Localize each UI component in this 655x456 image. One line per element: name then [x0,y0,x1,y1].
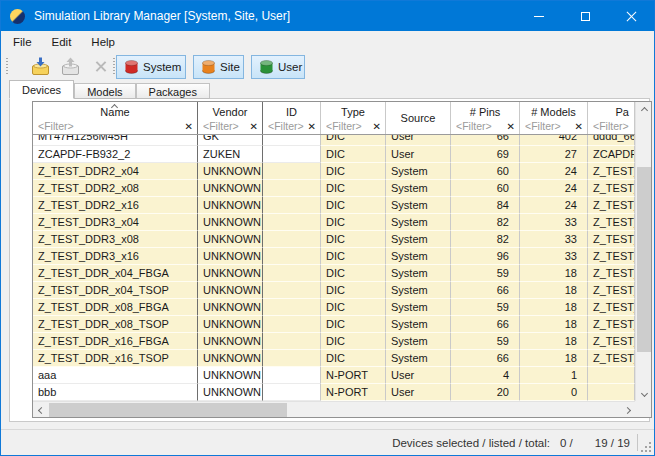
filter-input[interactable]: <Filter> [203,120,248,132]
cell-pins[interactable]: 96 [451,248,520,265]
column-header-models[interactable]: # Models<Filter>✕ [520,102,588,134]
menu-file[interactable]: File [3,31,42,53]
cell-pins[interactable]: 66 [451,350,520,367]
cell-models[interactable]: 1 [520,367,588,384]
system-library-toggle[interactable]: System [116,55,186,79]
filter-input[interactable]: <Filter> [525,120,573,132]
cell-pins[interactable]: 82 [451,231,520,248]
cell-vendor[interactable]: UNKNOWN [198,180,263,197]
cell-pkg[interactable]: dddd_66 [588,135,635,146]
cell-pins[interactable]: 66 [451,135,520,146]
cell-source[interactable]: System [386,282,451,299]
scroll-down-button[interactable] [636,385,652,401]
column-title[interactable]: Pa [588,102,634,119]
cell-pkg[interactable]: Z_TEST_DDR2_x04 [588,163,635,180]
cell-models[interactable]: 0 [520,384,588,401]
table-row[interactable]: Z_TEST_DDR3_x04UNKNOWNDICSystem8233Z_TES… [33,214,635,231]
cell-models[interactable]: 18 [520,333,588,350]
cell-models[interactable]: 27 [520,146,588,163]
cell-vendor[interactable]: UNKNOWN [198,265,263,282]
import-library-button[interactable] [27,55,53,78]
cell-pins[interactable]: 84 [451,197,520,214]
cell-name[interactable]: Z_TEST_DDR3_x16 [33,248,198,265]
cell-id[interactable] [263,299,321,316]
clear-filter-icon[interactable]: ✕ [250,121,258,132]
cell-id[interactable] [263,180,321,197]
scroll-left-button[interactable] [33,402,49,418]
cell-pins[interactable]: 82 [451,214,520,231]
cell-pins[interactable]: 4 [451,367,520,384]
cell-id[interactable] [263,265,321,282]
cell-name[interactable]: Z_TEST_DDR3_x04 [33,214,198,231]
table-row[interactable]: Z_TEST_DDR_x08_FBGAUNKNOWNDICSystem5918Z… [33,299,635,316]
cell-type[interactable]: DIC [321,265,386,282]
cell-vendor[interactable]: UNKNOWN [198,384,263,401]
cell-type[interactable]: DIC [321,333,386,350]
cell-name[interactable]: Z_TEST_DDR2_x08 [33,180,198,197]
column-title[interactable]: Source [386,102,450,134]
cell-name[interactable]: Z_TEST_DDR_x04_TSOP [33,282,198,299]
cell-id[interactable] [263,135,321,146]
scroll-up-button[interactable] [636,102,652,118]
cell-vendor[interactable]: UNKNOWN [198,248,263,265]
cell-vendor[interactable]: UNKNOWN [198,333,263,350]
column-header-pkg[interactable]: Pa<Filter> [588,102,635,134]
cell-models[interactable]: 24 [520,180,588,197]
cell-pkg[interactable]: Z_TEST_DDR_x16_FBGA [588,333,635,350]
table-row[interactable]: Z_TEST_DDR3_x08UNKNOWNDICSystem8233Z_TES… [33,231,635,248]
cell-pkg[interactable]: Z_TEST_DDR3_x04 [588,214,635,231]
cell-pkg[interactable]: ZCAPDF-FB932_2 [588,146,635,163]
toolbar-grip[interactable] [6,58,8,76]
clear-filter-icon[interactable]: ✕ [575,121,583,132]
table-row[interactable]: Z_TEST_DDR_x16_FBGAUNKNOWNDICSystem5918Z… [33,333,635,350]
cell-name[interactable]: Z_TEST_DDR_x08_TSOP [33,316,198,333]
vertical-scrollbar[interactable] [635,102,651,401]
cell-source[interactable]: User [386,146,451,163]
cell-vendor[interactable]: UNKNOWN [198,350,263,367]
cell-id[interactable] [263,248,321,265]
table-row[interactable]: Z_TEST_DDR_x08_TSOPUNKNOWNDICSystem6618Z… [33,316,635,333]
table-row[interactable]: Z_TEST_DDR2_x04UNKNOWNDICSystem6024Z_TES… [33,163,635,180]
cell-source[interactable]: System [386,299,451,316]
horizontal-scrollbar-thumb[interactable] [49,403,287,417]
filter-input[interactable]: <Filter> [38,120,183,132]
cell-id[interactable] [263,350,321,367]
cell-pins[interactable]: 20 [451,384,520,401]
cell-pkg[interactable]: Z_TEST_DDR_x08_TSOP [588,316,635,333]
close-button[interactable] [608,1,654,31]
clear-filter-icon[interactable]: ✕ [507,121,515,132]
cell-pkg[interactable]: Z_TEST_DDR3_x08 [588,231,635,248]
column-title[interactable]: Type [321,102,385,119]
cell-id[interactable] [263,163,321,180]
cell-source[interactable]: System [386,265,451,282]
minimize-button[interactable] [516,1,562,31]
cell-source[interactable]: System [386,350,451,367]
cell-vendor[interactable]: UNKNOWN [198,163,263,180]
table-row[interactable]: Z_TEST_DDR_x04_FBGAUNKNOWNDICSystem5918Z… [33,265,635,282]
cell-pkg[interactable] [588,367,635,384]
cell-pkg[interactable]: Z_TEST_DDR2_x16 [588,197,635,214]
cell-models[interactable]: 33 [520,248,588,265]
column-header-source[interactable]: Source [386,102,451,134]
cell-models[interactable]: 18 [520,282,588,299]
cell-name[interactable]: Z_TEST_DDR_x16_FBGA [33,333,198,350]
cell-pkg[interactable]: Z_TEST_DDR_x04_FBGA [588,265,635,282]
cell-type[interactable]: DIC [321,197,386,214]
table-row[interactable]: Z_TEST_DDR3_x16UNKNOWNDICSystem9633Z_TES… [33,248,635,265]
cell-models[interactable]: 33 [520,231,588,248]
column-header-vendor[interactable]: Vendor<Filter>✕ [198,102,263,134]
menu-help[interactable]: Help [81,31,125,53]
cell-models[interactable]: 18 [520,316,588,333]
cell-pins[interactable]: 66 [451,282,520,299]
cell-type[interactable]: N-PORT [321,367,386,384]
table-row[interactable]: Z_TEST_DDR2_x16UNKNOWNDICSystem8424Z_TES… [33,197,635,214]
cell-name[interactable]: ZCAPDF-FB932_2 [33,146,198,163]
scroll-right-button[interactable] [619,402,635,418]
cell-models[interactable]: 402 [520,135,588,146]
cell-models[interactable]: 18 [520,350,588,367]
cell-name[interactable]: Z_TEST_DDR2_x16 [33,197,198,214]
cell-source[interactable]: User [386,135,451,146]
filter-input[interactable]: <Filter> [456,120,505,132]
cell-name[interactable]: Z_TEST_DDR3_x08 [33,231,198,248]
tab-devices[interactable]: Devices [9,80,74,99]
